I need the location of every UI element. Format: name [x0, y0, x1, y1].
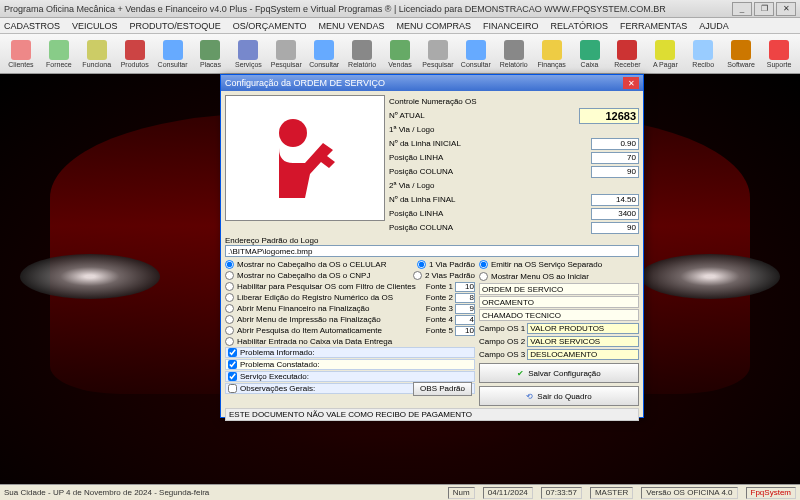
cat-os[interactable]: ORDEM DE SERVICO	[479, 283, 639, 295]
menu-menu vendas[interactable]: MENU VENDAS	[319, 21, 385, 31]
status-date: 04/11/2024	[483, 487, 533, 499]
pesquisar-icon	[428, 40, 448, 60]
toolbar-recibo[interactable]: Recibo	[684, 36, 722, 72]
toolbar-pesquisar[interactable]: Pesquisar	[267, 36, 305, 72]
menu-os/orçamento[interactable]: OS/ORÇAMENTO	[233, 21, 307, 31]
toolbar-receber[interactable]: Receber	[609, 36, 647, 72]
exit-button[interactable]: ⟲Sair do Quadro	[479, 386, 639, 406]
toolbar-finanças[interactable]: Finanças	[533, 36, 571, 72]
toolbar-vendas[interactable]: Vendas	[381, 36, 419, 72]
check-3[interactable]	[228, 384, 237, 393]
menu-cadastros[interactable]: CADASTROS	[4, 21, 60, 31]
opt-radio-3[interactable]	[225, 293, 234, 302]
pos-linha1-input[interactable]	[591, 152, 639, 164]
pos-coluna1-input[interactable]	[591, 166, 639, 178]
opt-radio-1[interactable]	[225, 271, 234, 280]
caixa-icon	[580, 40, 600, 60]
title-text: Programa Oficina Mecânica + Vendas e Fin…	[4, 4, 666, 14]
dialog-title: Configuração da ORDEM DE SERVIÇO	[225, 78, 385, 88]
opt-radio-5[interactable]	[225, 315, 234, 324]
close-button[interactable]: ✕	[776, 2, 796, 16]
opt-radio-2[interactable]	[225, 282, 234, 291]
relatório-icon	[352, 40, 372, 60]
campo3-input[interactable]	[527, 349, 639, 360]
fonte-4-input[interactable]	[455, 315, 475, 325]
toolbar-clientes[interactable]: Clientes	[2, 36, 40, 72]
consultar-icon	[314, 40, 334, 60]
menu-menu compras[interactable]: MENU COMPRAS	[397, 21, 472, 31]
toolbar-produtos[interactable]: Produtos	[116, 36, 154, 72]
minimize-button[interactable]: _	[732, 2, 752, 16]
fornece-icon	[49, 40, 69, 60]
fonte-2-input[interactable]	[455, 293, 475, 303]
menu-ferramentas[interactable]: FERRAMENTAS	[620, 21, 687, 31]
toolbar-a pagar[interactable]: A Pagar	[646, 36, 684, 72]
toolbar-consultar[interactable]: Consultar	[457, 36, 495, 72]
vendas-icon	[390, 40, 410, 60]
campo2-input[interactable]	[527, 336, 639, 347]
campo1-input[interactable]	[527, 323, 639, 334]
dialog-close-button[interactable]: ✕	[623, 77, 639, 89]
fonte-3-input[interactable]	[455, 304, 475, 314]
suporte-icon	[769, 40, 789, 60]
menu-veiculos[interactable]: VEICULOS	[72, 21, 118, 31]
fonte-1-input[interactable]	[455, 282, 475, 292]
menu-financeiro[interactable]: FINANCEIRO	[483, 21, 539, 31]
window-titlebar: Programa Oficina Mecânica + Vendas e Fin…	[0, 0, 800, 18]
toolbar-caixa[interactable]: Caixa	[571, 36, 609, 72]
path-input[interactable]	[225, 245, 639, 257]
serviços-icon	[238, 40, 258, 60]
toolbar-suporte[interactable]: Suporte	[760, 36, 798, 72]
toolbar-consultar[interactable]: Consultar	[154, 36, 192, 72]
mostrar-menu-radio[interactable]	[479, 272, 488, 281]
toolbar-pesquisar[interactable]: Pesquisar	[419, 36, 457, 72]
status-num: Num	[448, 487, 475, 499]
check-2[interactable]	[228, 372, 237, 381]
obs-padrao-button[interactable]: OBS Padrão	[413, 382, 472, 396]
via1-label: 1ª Via / Logo	[389, 125, 639, 134]
toolbar-software[interactable]: Software	[722, 36, 760, 72]
check-1[interactable]	[228, 360, 237, 369]
linha-inicial-input[interactable]	[591, 138, 639, 150]
fonte-5-input[interactable]	[455, 326, 475, 336]
config-os-dialog: Configuração da ORDEM DE SERVIÇO ✕ Contr…	[220, 74, 644, 418]
toolbar: ClientesForneceFuncionaProdutosConsultar…	[0, 34, 800, 74]
save-config-button[interactable]: ✔Salvar Configuração	[479, 363, 639, 383]
opt-radio-0[interactable]	[225, 260, 234, 269]
linha-final-input[interactable]	[591, 194, 639, 206]
menu-ajuda[interactable]: AJUDA	[699, 21, 729, 31]
maximize-button[interactable]: ❐	[754, 2, 774, 16]
status-user: MASTER	[590, 487, 633, 499]
opt-radio-6[interactable]	[225, 326, 234, 335]
statusbar: Sua Cidade - UP 4 de Novembro de 2024 - …	[0, 484, 800, 500]
toolbar-fornece[interactable]: Fornece	[40, 36, 78, 72]
emitir-radio[interactable]	[479, 260, 488, 269]
pos-coluna2-input[interactable]	[591, 222, 639, 234]
opt-radio-7[interactable]	[225, 337, 234, 346]
cat-chamado[interactable]: CHAMADO TECNICO	[479, 309, 639, 321]
produtos-icon	[125, 40, 145, 60]
toolbar-relatório[interactable]: Relatório	[495, 36, 533, 72]
relatório-icon	[504, 40, 524, 60]
clientes-icon	[11, 40, 31, 60]
pos-linha2-input[interactable]	[591, 208, 639, 220]
opt-radio-4[interactable]	[225, 304, 234, 313]
finanças-icon	[542, 40, 562, 60]
cat-orc[interactable]: ORCAMENTO	[479, 296, 639, 308]
pesquisar-icon	[276, 40, 296, 60]
toolbar-funciona[interactable]: Funciona	[78, 36, 116, 72]
logo-preview	[225, 95, 385, 221]
status-time: 07:33:57	[541, 487, 582, 499]
menu-produto/estoque[interactable]: PRODUTO/ESTOQUE	[130, 21, 221, 31]
via-radio-0[interactable]	[417, 260, 426, 269]
toolbar-relatório[interactable]: Relatório	[343, 36, 381, 72]
via-radio-1[interactable]	[413, 271, 422, 280]
status-brand: FpqSystem	[746, 487, 796, 499]
toolbar-serviços[interactable]: Serviços	[229, 36, 267, 72]
consultar-icon	[163, 40, 183, 60]
natual-input[interactable]	[579, 108, 639, 124]
check-0[interactable]	[228, 348, 237, 357]
toolbar-consultar[interactable]: Consultar	[305, 36, 343, 72]
menu-relatórios[interactable]: RELATÓRIOS	[551, 21, 608, 31]
toolbar-placas[interactable]: Placas	[192, 36, 230, 72]
